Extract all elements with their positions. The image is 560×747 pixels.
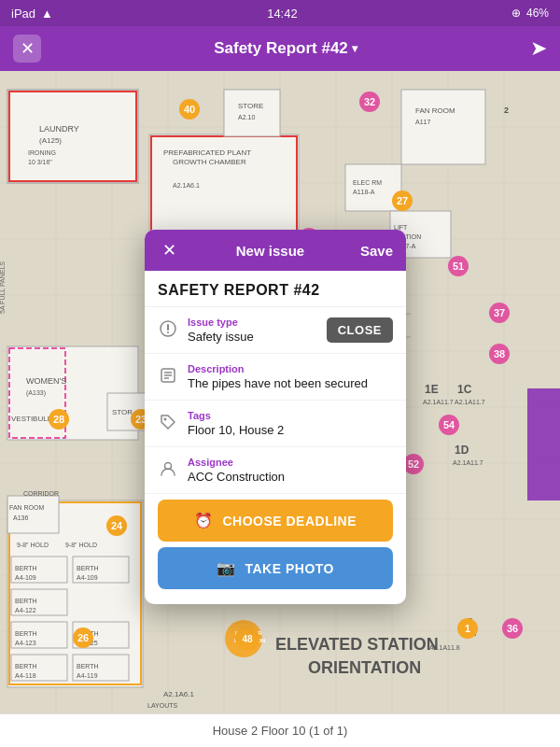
assignee-label: Assignee [188,457,393,468]
tags-label: Tags [188,410,393,421]
svg-text:FAN ROOM: FAN ROOM [415,106,455,115]
marker-48[interactable]: 48 [235,627,259,651]
svg-text:WOMEN'S: WOMEN'S [26,376,66,386]
svg-text:A117: A117 [415,119,430,125]
tags-content: Tags Floor 10, House 2 [188,410,393,437]
svg-text:BERTH: BERTH [77,565,99,571]
time-label: 14:42 [267,7,298,21]
svg-text:STORE: STORE [238,102,263,110]
svg-text:10 3/16": 10 3/16" [28,159,52,165]
svg-text:A2.1A11.7: A2.1A11.7 [423,399,454,405]
svg-text:A4-122: A4-122 [15,607,36,613]
svg-text:A4-109: A4-109 [15,574,36,581]
svg-text:A118-A: A118-A [353,189,375,195]
svg-text:LAUNDRY: LAUNDRY [39,124,79,134]
choose-deadline-button[interactable]: ⏰ CHOOSE DEADLINE [158,500,393,542]
svg-text:FAN ROOM: FAN ROOM [9,504,45,511]
svg-text:5A FULL PANELS: 5A FULL PANELS [0,261,6,314]
marker-26[interactable]: 26 [73,627,93,648]
status-left: iPad ▲ [11,7,53,21]
issue-panel: ✕ New issue Save SAFETY REPORT #42 Issue… [145,230,406,604]
wifi-icon: ▲ [41,7,53,21]
svg-text:9-8" HOLD: 9-8" HOLD [17,542,49,548]
marker-38[interactable]: 38 [489,344,510,364]
marker-32[interactable]: 32 [359,92,380,112]
status-bar: iPad ▲ 14:42 ⊕ 46% [0,0,560,26]
svg-text:A2.1A11.7: A2.1A11.7 [453,459,483,466]
svg-rect-69 [527,388,560,500]
issue-type-label: Issue type [188,317,317,328]
nav-close-icon: ✕ [21,38,35,59]
nav-close-button[interactable]: ✕ [13,35,41,63]
svg-text:PREFABRICATED PLANT: PREFABRICATED PLANT [163,148,251,157]
svg-text:A2.10: A2.10 [238,114,255,120]
deadline-label: CHOOSE DEADLINE [222,514,357,529]
close-tag-button[interactable]: CLOSE [327,317,393,343]
issue-type-icon [158,318,178,339]
svg-point-121 [164,418,167,421]
marker-51[interactable]: 51 [448,256,469,276]
nav-dropdown-icon[interactable]: ▾ [352,42,357,55]
panel-save-button[interactable]: Save [360,243,393,259]
svg-text:A2.1A11.7: A2.1A11.7 [455,399,485,405]
panel-header-title: New issue [236,243,304,259]
svg-text:BERTH: BERTH [15,565,37,571]
svg-rect-31 [224,90,280,136]
tags-value: Floor 10, House 2 [188,423,393,437]
marker-28[interactable]: 28 [49,409,69,430]
svg-text:GROWTH CHAMBER: GROWTH CHAMBER [173,158,246,166]
svg-point-116 [167,331,169,333]
battery-label: 46% [526,7,549,20]
take-photo-button[interactable]: 📷 TAKE PHOTO [158,547,393,589]
svg-rect-34 [401,90,485,164]
marker-24[interactable]: 24 [106,515,127,536]
svg-text:(A125): (A125) [39,136,62,145]
svg-text:BERTH: BERTH [15,663,37,669]
svg-text:ELEVATED STATION: ELEVATED STATION [275,635,439,654]
issue-type-value: Safety issue [188,330,317,344]
nav-title-text: Safety Report #42 [214,39,348,58]
marker-36[interactable]: 36 [502,618,523,639]
marker-40[interactable]: 40 [179,99,200,120]
deadline-icon: ⏰ [194,512,214,529]
description-row: Description The pipes have not been secu… [145,354,406,401]
marker-27[interactable]: 27 [392,190,413,211]
bottom-bar-text: House 2 Floor 10 (1 of 1) [213,724,348,738]
assignee-row: Assignee ACC Construction [145,447,406,494]
report-title: SAFETY REPORT #42 [145,271,406,307]
svg-text:A4-119: A4-119 [77,672,98,679]
svg-text:1C: 1C [457,383,472,396]
description-icon [158,365,178,386]
svg-text:ORIENTATION: ORIENTATION [308,658,421,677]
svg-text:9-8" HOLD: 9-8" HOLD [65,542,97,548]
svg-text:A4-109: A4-109 [77,574,98,581]
assignee-icon [158,458,178,479]
issue-type-row: Issue type Safety issue CLOSE [145,307,406,354]
top-nav: ✕ Safety Report #42 ▾ ➤ [0,26,560,71]
send-button[interactable]: ➤ [530,36,547,61]
svg-text:(A133): (A133) [26,389,46,397]
svg-text:A4-118: A4-118 [15,672,36,679]
marker-54[interactable]: 54 [439,415,459,435]
assignee-content: Assignee ACC Construction [188,457,393,484]
description-content: Description The pipes have not been secu… [188,363,393,390]
status-right: ⊕ 46% [511,7,549,20]
photo-label: TAKE PHOTO [245,561,335,576]
assignee-value: ACC Construction [188,470,393,484]
svg-text:VESTIBULE: VESTIBULE [11,415,52,423]
carrier-label: iPad [11,7,35,21]
screen-icon: ⊕ [511,7,521,20]
tags-icon [158,412,178,432]
nav-title: Safety Report #42 ▾ [214,39,357,58]
panel-close-button[interactable]: ✕ [158,239,180,261]
description-value: The pipes have not been secured [188,376,393,390]
svg-text:ELEC RM: ELEC RM [353,179,382,186]
marker-52[interactable]: 52 [403,454,424,474]
tags-row: Tags Floor 10, House 2 [145,401,406,447]
bottom-bar: House 2 Floor 10 (1 of 1) [0,713,560,747]
svg-text:2: 2 [504,106,509,115]
svg-text:CORRIDOR: CORRIDOR [23,490,59,497]
marker-1[interactable]: 1 [457,618,478,639]
svg-text:STOR: STOR [112,408,133,416]
marker-37[interactable]: 37 [489,303,510,323]
